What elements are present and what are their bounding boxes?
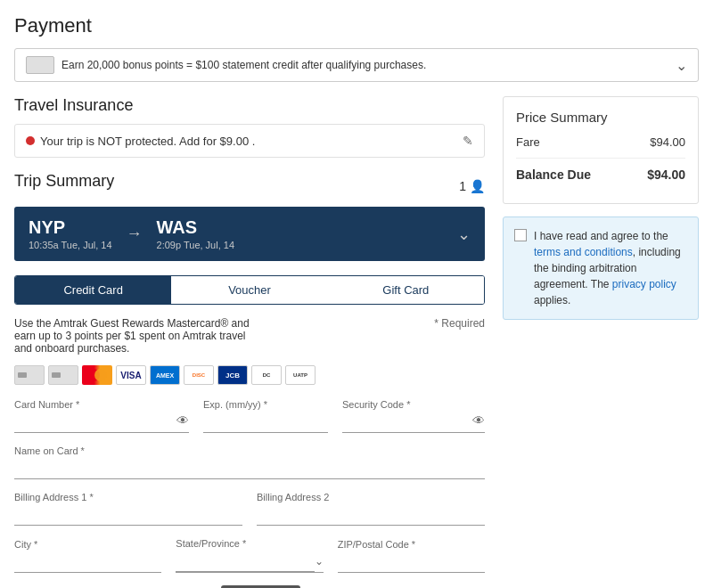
billing2-field: Billing Address 2 xyxy=(257,492,485,526)
svg-rect-3 xyxy=(52,372,61,378)
city-field: City * xyxy=(14,539,161,573)
edit-icon[interactable]: ✎ xyxy=(463,134,473,148)
payment-tabs: Credit Card Voucher Gift Card xyxy=(14,275,485,305)
travel-insurance-title: Travel Insurance xyxy=(14,96,485,115)
card-number-input[interactable] xyxy=(14,412,189,433)
billing1-field: Billing Address 1 * xyxy=(14,492,242,526)
price-summary-title: Price Summary xyxy=(516,110,685,125)
svg-rect-1 xyxy=(18,372,27,378)
billing2-input[interactable] xyxy=(257,504,485,526)
card-icon xyxy=(26,56,54,74)
billing1-label: Billing Address 1 * xyxy=(14,492,242,502)
balance-label: Balance Due xyxy=(516,167,591,182)
state-select-wrapper: ⌄ xyxy=(176,551,323,573)
card-logo-discover: DISC xyxy=(184,365,214,385)
not-protected-box: Your trip is NOT protected. Add for $9.0… xyxy=(14,124,485,158)
trip-summary-section: Trip Summary 1 👤 NYP 10:35a Tue, Jul, 14… xyxy=(14,172,485,261)
required-label: * Required xyxy=(434,317,485,330)
bonus-banner-chevron-icon[interactable]: ⌄ xyxy=(676,57,687,74)
tab-gift-card[interactable]: Gift Card xyxy=(328,276,484,304)
zip-label: ZIP/Postal Code * xyxy=(338,539,485,550)
card-logo-generic2 xyxy=(48,365,78,385)
privacy-policy-link[interactable]: privacy policy xyxy=(612,278,676,290)
zip-field: ZIP/Postal Code * xyxy=(338,539,485,573)
city-input[interactable] xyxy=(14,551,161,573)
security-input[interactable] xyxy=(342,412,485,433)
name-label: Name on Card * xyxy=(14,445,485,456)
card-number-field: Card Number * 👁 xyxy=(14,399,189,433)
security-label: Security Code * xyxy=(342,399,485,410)
trip-route: NYP 10:35a Tue, Jul, 14 → WAS 2:09p Tue,… xyxy=(29,217,234,250)
bonus-banner[interactable]: Earn 20,000 bonus points = $100 statemen… xyxy=(14,48,699,82)
name-row: Name on Card * xyxy=(14,445,485,479)
card-logo-visa: VISA xyxy=(116,365,146,385)
tab-voucher[interactable]: Voucher xyxy=(171,276,327,304)
trip-summary-header: Trip Summary 1 👤 xyxy=(14,172,485,200)
name-field: Name on Card * xyxy=(14,445,485,479)
exp-input[interactable] xyxy=(203,412,328,433)
state-select[interactable] xyxy=(176,551,314,572)
card-logo-mastercard xyxy=(82,365,112,385)
travel-insurance-section: Travel Insurance Your trip is NOT protec… xyxy=(14,96,485,158)
security-field: Security Code * 👁 xyxy=(342,399,485,433)
balance-value: $94.00 xyxy=(647,167,685,182)
bonus-banner-text: Earn 20,000 bonus points = $100 statemen… xyxy=(61,59,426,71)
card-info-row: Use the Amtrak Guest Rewards Mastercard®… xyxy=(14,317,485,355)
card-logo-amex: AMEX xyxy=(150,365,180,385)
price-summary-box: Price Summary Fare $94.00 Balance Due $9… xyxy=(503,96,699,204)
billing1-input[interactable] xyxy=(14,504,242,526)
origin-station: NYP 10:35a Tue, Jul, 14 xyxy=(29,217,112,250)
card-logo-diners: DC xyxy=(251,365,282,385)
name-input[interactable] xyxy=(14,458,485,479)
card-fields-row: Card Number * 👁 Exp. (mm/yy) * Security … xyxy=(14,399,485,433)
tab-credit-card[interactable]: Credit Card xyxy=(15,276,171,304)
billing2-label: Billing Address 2 xyxy=(257,492,485,502)
trip-card-chevron-icon[interactable]: ⌄ xyxy=(457,225,471,244)
card-logo-uatp: UATP xyxy=(285,365,316,385)
city-label: City * xyxy=(14,539,161,550)
passenger-count: 1 👤 xyxy=(459,179,485,193)
not-protected-left: Your trip is NOT protected. Add for $9.0… xyxy=(26,135,255,148)
card-number-label: Card Number * xyxy=(14,399,189,410)
terms-text-after: applies. xyxy=(534,294,570,306)
fare-row: Fare $94.00 xyxy=(516,135,685,149)
trip-card[interactable]: NYP 10:35a Tue, Jul, 14 → WAS 2:09p Tue,… xyxy=(14,207,485,261)
arrow-icon: → xyxy=(127,225,143,243)
card-logos: VISA AMEX DISC JCB DC UATP xyxy=(14,365,485,385)
terms-text: I have read and agree to the terms and c… xyxy=(534,228,687,308)
terms-box: I have read and agree to the terms and c… xyxy=(503,216,699,320)
card-logo-jcb: JCB xyxy=(217,365,248,385)
trip-summary-title: Trip Summary xyxy=(14,172,114,191)
state-field: State/Province * ⌄ xyxy=(176,538,323,573)
page-title: Payment xyxy=(14,14,699,37)
fare-label: Fare xyxy=(516,135,540,149)
eye-icon-security[interactable]: 👁 xyxy=(472,413,485,428)
person-icon: 👤 xyxy=(470,179,485,193)
fare-value: $94.00 xyxy=(650,135,685,149)
terms-conditions-link[interactable]: terms and conditions xyxy=(534,246,633,258)
trip-summary-header-left: Trip Summary xyxy=(14,172,114,200)
city-state-zip-row: City * State/Province * ⌄ ZIP/Postal Cod… xyxy=(14,538,485,573)
card-logo-generic1 xyxy=(14,365,45,385)
exp-field: Exp. (mm/yy) * xyxy=(203,399,328,433)
not-protected-text: Your trip is NOT protected. Add for $9.0… xyxy=(40,135,255,148)
zip-input[interactable] xyxy=(338,551,485,573)
red-dot-icon xyxy=(26,136,35,145)
origin-time: 10:35a Tue, Jul, 14 xyxy=(29,240,112,250)
terms-checkbox[interactable] xyxy=(514,229,527,241)
destination-station: WAS 2:09p Tue, Jul, 14 xyxy=(157,217,234,250)
passenger-number: 1 xyxy=(459,179,466,193)
svg-point-5 xyxy=(94,369,107,381)
terms-text-before: I have read and agree to the xyxy=(534,230,668,242)
balance-row: Balance Due $94.00 xyxy=(516,158,685,182)
billing-row: Billing Address 1 * Billing Address 2 xyxy=(14,492,485,526)
card-info-text: Use the Amtrak Guest Rewards Mastercard®… xyxy=(14,317,264,355)
destination-code: WAS xyxy=(157,217,234,238)
bonus-banner-left: Earn 20,000 bonus points = $100 statemen… xyxy=(26,56,426,74)
state-chevron-icon: ⌄ xyxy=(315,555,324,568)
origin-code: NYP xyxy=(29,217,112,238)
exp-label: Exp. (mm/yy) * xyxy=(203,399,328,410)
destination-time: 2:09p Tue, Jul, 14 xyxy=(157,240,234,250)
state-label: State/Province * xyxy=(176,538,323,549)
eye-icon-card[interactable]: 👁 xyxy=(176,413,189,428)
